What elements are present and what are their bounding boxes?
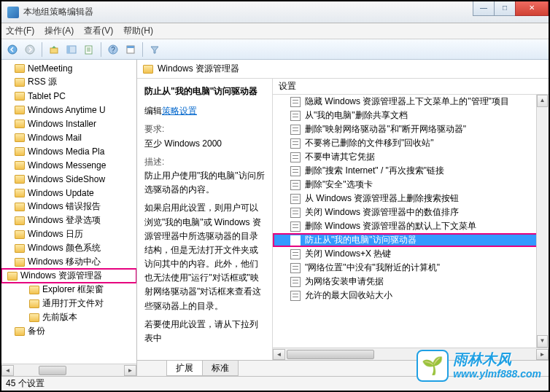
tree-item[interactable]: Explorer 框架窗	[1, 283, 136, 297]
titlebar: 本地组策略编辑器 — □ ✕	[1, 1, 549, 23]
scroll-up-arrow[interactable]: ▲	[537, 95, 548, 107]
svg-rect-4	[67, 46, 70, 53]
settings-item[interactable]: 为网络安装申请凭据	[273, 275, 549, 289]
scroll-left-arrow[interactable]: ◄	[1, 365, 14, 376]
app-icon	[7, 7, 19, 18]
settings-item[interactable]: 从 Windows 资源管理器上删除搜索按钮	[273, 192, 549, 205]
tree-item[interactable]: Windows 移动中心	[1, 255, 136, 269]
settings-list[interactable]: 隐藏 Windows 资源管理器上下文菜单上的"管理"项目从"我的电脑"删除共享…	[273, 95, 549, 348]
settings-item[interactable]: 删除"映射网络驱动器"和"断开网络驱动器"	[273, 122, 549, 136]
tree-item-label: Windows Messenge	[28, 160, 106, 170]
export-list-button[interactable]	[81, 42, 97, 58]
folder-icon	[15, 92, 25, 101]
tree-item[interactable]: 先前版本	[1, 310, 136, 324]
show-hide-tree-button[interactable]	[63, 42, 80, 58]
settings-item-label: 关闭 Windows 资源管理器中的数值排序	[305, 206, 459, 219]
filter-button[interactable]	[147, 42, 163, 58]
scroll-down-arrow[interactable]: ▼	[537, 335, 548, 348]
menu-view[interactable]: 查看(V)	[84, 25, 113, 37]
settings-item-label: 不要将已删除的文件移到"回收站"	[305, 137, 434, 149]
settings-item-label: 防止从"我的电脑"访问驱动器	[305, 234, 417, 246]
scroll-left-arrow[interactable]: ◄	[273, 349, 285, 360]
scroll-right-arrow[interactable]: ►	[536, 349, 549, 360]
folder-icon	[15, 161, 25, 170]
policy-icon	[290, 152, 301, 162]
settings-item-label: 删除"搜索 Internet" / "再次搜索"链接	[305, 165, 444, 177]
settings-item[interactable]: 删除 Windows 资源管理器的默认上下文菜单	[273, 219, 549, 233]
tree-item[interactable]: Windows Mail	[1, 130, 136, 144]
settings-item[interactable]: "网络位置"中没有"我附近的计算机"	[273, 261, 549, 275]
help-button[interactable]: ?	[105, 42, 121, 58]
breadcrumb: Windows 资源管理器	[137, 60, 549, 79]
edit-policy-link[interactable]: 策略设置	[162, 106, 197, 116]
menu-file[interactable]: 文件(F)	[6, 25, 34, 37]
scroll-thumb[interactable]	[287, 350, 374, 359]
tree-item[interactable]: 备份	[1, 324, 136, 338]
view-tabs: 扩展 标准	[137, 360, 549, 376]
menu-help[interactable]: 帮助(H)	[123, 25, 153, 37]
folder-icon	[15, 175, 25, 184]
tree-item-label: Windows 资源管理器	[20, 270, 102, 282]
settings-item[interactable]: 从"我的电脑"删除共享文档	[273, 109, 549, 122]
settings-item[interactable]: 关闭 Windows 资源管理器中的数值排序	[273, 205, 549, 219]
up-button[interactable]	[46, 42, 62, 58]
tree-item-label: Windows 日历	[28, 228, 83, 240]
scroll-right-arrow[interactable]: ►	[124, 365, 136, 376]
tab-extended[interactable]: 扩展	[166, 361, 203, 376]
tree-item[interactable]: Windows SideShow	[1, 172, 136, 186]
settings-horizontal-scrollbar[interactable]: ◄ ►	[273, 348, 549, 360]
tree-item[interactable]: Windows Media Pla	[1, 144, 136, 158]
policy-icon	[290, 208, 301, 218]
menubar: 文件(F) 操作(A) 查看(V) 帮助(H)	[1, 23, 549, 39]
tree-item[interactable]: Windows 颜色系统	[1, 241, 136, 255]
scroll-thumb[interactable]	[39, 366, 66, 375]
minimize-button[interactable]: —	[473, 1, 495, 16]
tree-item[interactable]: RSS 源	[1, 75, 136, 89]
tree-item[interactable]: Windows Messenge	[1, 158, 136, 172]
folder-icon	[29, 299, 39, 308]
settings-item[interactable]: 删除"安全"选项卡	[273, 178, 549, 192]
description-label: 描述:	[144, 155, 265, 169]
close-button[interactable]: ✕	[515, 1, 549, 16]
settings-item[interactable]: 隐藏 Windows 资源管理器上下文菜单上的"管理"项目	[273, 95, 549, 109]
settings-column-header[interactable]: 设置	[273, 79, 549, 95]
settings-item-label: 从"我的电脑"删除共享文档	[305, 109, 408, 122]
settings-item[interactable]: 不要申请其它凭据	[273, 150, 549, 164]
tree-item[interactable]: Windows 资源管理器	[1, 269, 136, 283]
maximize-button[interactable]: □	[494, 1, 516, 16]
tree-item[interactable]: Windows Anytime U	[1, 103, 136, 117]
properties-button[interactable]	[123, 42, 139, 58]
settings-item[interactable]: 允许的最大回收站大小	[273, 289, 549, 302]
back-button[interactable]	[4, 42, 20, 58]
tree-item[interactable]: Tablet PC	[1, 89, 136, 103]
policy-icon	[290, 180, 301, 190]
policy-icon	[290, 97, 301, 107]
tree-item[interactable]: Windows Installer	[1, 117, 136, 130]
tree-item-label: Windows Installer	[28, 119, 96, 129]
tree-item[interactable]: Windows 日历	[1, 227, 136, 241]
settings-item[interactable]: 删除"搜索 Internet" / "再次搜索"链接	[273, 164, 549, 178]
tree-item-label: 先前版本	[42, 311, 77, 324]
settings-item[interactable]: 关闭 Windows+X 热键	[273, 247, 549, 261]
policy-icon	[290, 125, 301, 135]
content-split: 防止从"我的电脑"访问驱动器 编辑策略设置 要求: 至少 Windows 200…	[137, 79, 549, 360]
folder-icon	[15, 189, 25, 197]
tree-item-label: Windows 错误报告	[28, 200, 101, 213]
tree-list[interactable]: NetMeetingRSS 源Tablet PCWindows Anytime …	[1, 60, 136, 338]
settings-pane: 设置 隐藏 Windows 资源管理器上下文菜单上的"管理"项目从"我的电脑"删…	[273, 79, 549, 360]
tree-item[interactable]: Windows 错误报告	[1, 200, 136, 213]
policy-icon	[290, 263, 301, 273]
folder-icon	[15, 244, 25, 253]
toolbar-separator	[101, 42, 101, 57]
tree-item[interactable]: Windows Update	[1, 186, 136, 200]
forward-button[interactable]	[22, 42, 38, 58]
tree-item[interactable]: 通用打开文件对	[1, 297, 136, 310]
tree-item[interactable]: NetMeeting	[1, 61, 136, 75]
settings-item[interactable]: 防止从"我的电脑"访问驱动器	[273, 233, 549, 247]
settings-vertical-scrollbar[interactable]: ▲ ▼	[536, 95, 549, 348]
menu-action[interactable]: 操作(A)	[44, 25, 74, 37]
tree-item[interactable]: Windows 登录选项	[1, 213, 136, 227]
tab-standard[interactable]: 标准	[202, 361, 239, 376]
tree-horizontal-scrollbar[interactable]: ◄ ►	[1, 364, 136, 376]
settings-item[interactable]: 不要将已删除的文件移到"回收站"	[273, 136, 549, 150]
